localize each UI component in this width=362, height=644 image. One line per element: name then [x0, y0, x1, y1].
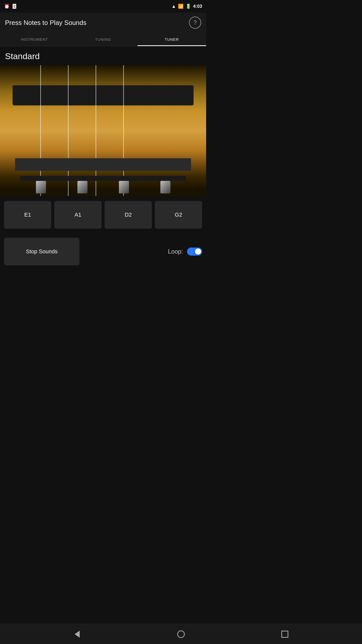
- wifi-icon: ▲: [171, 4, 176, 9]
- sd-card-icon: 🃏: [12, 4, 17, 9]
- alarm-icon: ⏰: [4, 4, 10, 9]
- note-button-g2[interactable]: G2: [155, 201, 202, 229]
- peg-4: [160, 181, 170, 193]
- signal-icon: 📶: [178, 4, 184, 9]
- help-button[interactable]: ?: [189, 17, 201, 29]
- note-button-e1[interactable]: E1: [4, 201, 51, 229]
- stop-sounds-button[interactable]: Stop Sounds: [4, 238, 79, 265]
- battery-icon: 🔋: [186, 4, 191, 9]
- tab-tuner[interactable]: TUNER: [138, 33, 206, 46]
- tab-instrument[interactable]: INSTRUMENT: [0, 33, 69, 46]
- header: Press Notes to Play Sounds ?: [0, 13, 206, 33]
- pickup-top: [13, 85, 194, 105]
- note-button-a1[interactable]: A1: [54, 201, 102, 229]
- tab-tuning[interactable]: TUNING: [69, 33, 137, 46]
- guitar-image: [0, 65, 206, 196]
- note-buttons-row: E1 A1 D2 G2: [0, 196, 206, 234]
- status-bar: ⏰ 🃏 ▲ 📶 🔋 4:03: [0, 0, 206, 13]
- header-title: Press Notes to Play Sounds: [5, 19, 86, 27]
- loop-toggle[interactable]: [187, 248, 202, 256]
- loop-container: Loop:: [168, 248, 202, 256]
- guitar-saddle: [20, 176, 186, 181]
- status-left-icons: ⏰ 🃏: [4, 4, 17, 9]
- status-right-icons: ▲ 📶 🔋 4:03: [171, 4, 202, 9]
- toggle-thumb: [195, 249, 201, 255]
- loop-label: Loop:: [168, 248, 183, 255]
- bottom-controls: Stop Sounds Loop:: [0, 234, 206, 269]
- tuning-pegs: [20, 181, 186, 193]
- note-button-d2[interactable]: D2: [105, 201, 152, 229]
- tabs-container: INSTRUMENT TUNING TUNER: [0, 33, 206, 46]
- spacer: [0, 269, 206, 290]
- peg-3: [119, 181, 129, 193]
- peg-2: [77, 181, 87, 193]
- clock: 4:03: [193, 4, 202, 9]
- tuning-name: Standard: [0, 46, 206, 65]
- peg-1: [36, 181, 46, 193]
- guitar-bridge: [15, 158, 191, 171]
